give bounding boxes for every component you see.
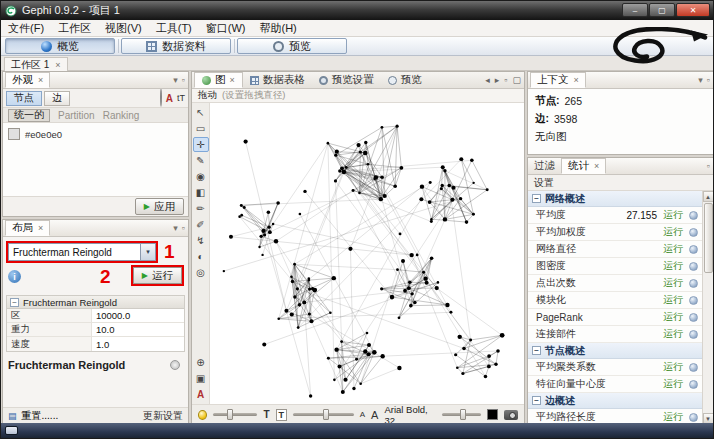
chevron-down-icon[interactable]: ▾	[140, 244, 155, 260]
appearance-tab[interactable]: 外观 ×	[5, 72, 50, 88]
info-sphere-icon[interactable]	[689, 262, 698, 271]
layout-algorithm-select[interactable]: Fruchterman Reingold ▾	[8, 243, 156, 261]
color-swatch[interactable]	[8, 128, 20, 140]
run-button[interactable]: 运行	[663, 310, 683, 324]
section-node-overview[interactable]: − 节点概述	[528, 343, 702, 359]
subtab-ranking[interactable]: Ranking	[103, 110, 140, 121]
menu-view[interactable]: 视图(V)	[98, 20, 149, 36]
maximize-button[interactable]: ▢	[649, 3, 675, 17]
section-edge-overview[interactable]: − 边概述	[528, 393, 702, 409]
properties-group-header[interactable]: − Fruchterman Reingold	[7, 296, 184, 309]
node-pencil-tool[interactable]: ✏	[193, 201, 209, 216]
font-increase-icon[interactable]: A	[371, 409, 378, 421]
presets-button[interactable]: 重置......	[22, 409, 59, 423]
tab-preview-settings[interactable]: 预览设置	[312, 72, 381, 88]
info-sphere-icon[interactable]	[689, 380, 698, 389]
run-button[interactable]: 运行	[663, 242, 683, 256]
sizer-tool[interactable]: ◉	[193, 169, 209, 184]
property-value[interactable]: 1.0	[92, 337, 184, 351]
reset-button[interactable]: 更新设置	[143, 409, 183, 423]
property-value[interactable]: 10000.0	[92, 309, 184, 322]
run-button[interactable]: 运行	[663, 293, 683, 307]
attributes-icon[interactable]: A	[193, 387, 209, 402]
tab-close-icon[interactable]: ×	[230, 75, 235, 85]
edge-weight-slider[interactable]	[213, 413, 257, 416]
info-sphere-icon[interactable]	[689, 313, 698, 322]
info-sphere-icon[interactable]	[689, 296, 698, 305]
menu-file[interactable]: 文件(F)	[1, 20, 51, 36]
label-color-icon[interactable]: A	[166, 93, 173, 104]
edit-tool[interactable]: ◎	[193, 265, 209, 280]
panel-minimize-icon[interactable]: ▾	[173, 75, 178, 85]
zoom-icon[interactable]: ⊕	[193, 355, 209, 370]
context-close-icon[interactable]: ×	[574, 75, 579, 85]
menu-window[interactable]: 窗口(W)	[199, 20, 253, 36]
color-palette-icon[interactable]	[160, 89, 162, 107]
run-button[interactable]: 运行	[663, 225, 683, 239]
menu-help[interactable]: 帮助(H)	[252, 20, 303, 36]
info-sphere-icon[interactable]	[689, 413, 698, 422]
edge-scale-slider[interactable]	[293, 413, 354, 416]
layout-close-icon[interactable]: ×	[38, 223, 43, 233]
panel-float-icon[interactable]: ▫	[182, 223, 185, 233]
statistics-scrollbar[interactable]: ▲ ▼	[702, 191, 713, 424]
run-button[interactable]: 运行	[663, 360, 683, 374]
collapse-icon[interactable]: −	[10, 298, 19, 307]
font-decrease-icon[interactable]: A	[360, 410, 365, 419]
settings-button[interactable]: 设置	[534, 176, 554, 190]
close-button[interactable]: ✕	[676, 3, 710, 17]
background-lightbulb-icon[interactable]	[198, 410, 207, 420]
history-back-icon[interactable]: ◂	[485, 75, 490, 85]
tab-graph[interactable]: 图 ×	[194, 72, 243, 88]
subtab-unique[interactable]: 统一的	[8, 109, 50, 122]
run-button[interactable]: 运行	[663, 259, 683, 273]
tab-overview[interactable]: 概览	[5, 38, 115, 54]
run-button[interactable]: 运行	[663, 276, 683, 290]
graph-canvas[interactable]	[210, 103, 524, 404]
panel-float-icon[interactable]: ▫	[182, 75, 185, 85]
layout-tab[interactable]: 布局 ×	[5, 220, 50, 236]
minimize-button[interactable]: –	[622, 3, 648, 17]
tab-data-laboratory[interactable]: 数据资料	[121, 38, 231, 54]
label-size-icon[interactable]: tT	[177, 93, 185, 103]
statistics-tab[interactable]: 统计 ×	[561, 158, 606, 174]
run-button[interactable]: 运行	[663, 327, 683, 341]
subtab-partition[interactable]: Partition	[58, 110, 95, 121]
property-value[interactable]: 10.0	[92, 323, 184, 336]
info-sphere-icon[interactable]	[689, 245, 698, 254]
info-sphere-icon[interactable]	[689, 211, 698, 220]
section-network-overview[interactable]: − 网络概述	[528, 191, 702, 207]
nodes-toggle[interactable]: 节点	[6, 91, 42, 106]
panel-float-icon[interactable]: ▫	[707, 161, 710, 171]
painter-tool[interactable]: ✎	[193, 153, 209, 168]
info-sphere-icon[interactable]	[689, 228, 698, 237]
info-sphere-icon[interactable]	[689, 363, 698, 372]
heatmap-tool[interactable]: ◐	[193, 249, 209, 264]
edges-toggle[interactable]: 边	[44, 91, 70, 106]
shortest-path-tool[interactable]: ↯	[193, 233, 209, 248]
workspace-close-icon[interactable]: ×	[55, 60, 60, 70]
collapse-icon[interactable]: −	[532, 346, 541, 355]
panel-maximize-icon[interactable]: ▢	[512, 75, 521, 85]
collapse-icon[interactable]: −	[532, 396, 541, 405]
info-icon[interactable]: i	[8, 270, 21, 283]
context-tab[interactable]: 上下文 ×	[530, 72, 586, 88]
run-button[interactable]: ▶ 运行	[133, 267, 182, 284]
workspace-tab[interactable]: 工作区 1 ×	[4, 57, 68, 71]
label-size-slider[interactable]	[442, 413, 481, 416]
info-sphere-icon[interactable]	[689, 279, 698, 288]
history-forward-icon[interactable]: ▸	[495, 75, 500, 85]
label-color-swatch[interactable]	[487, 409, 498, 420]
scrollbar-thumb[interactable]	[704, 203, 713, 273]
tab-preview[interactable]: 预览	[237, 38, 347, 54]
collapse-icon[interactable]: −	[532, 194, 541, 203]
brush-tool[interactable]: ◧	[193, 185, 209, 200]
apply-button[interactable]: ▶ 应用	[135, 198, 184, 215]
scroll-up-icon[interactable]: ▲	[703, 191, 714, 202]
rectangle-selection-tool[interactable]: ▭	[193, 121, 209, 136]
menu-workspace[interactable]: 工作区	[51, 20, 98, 36]
show-edge-labels-icon[interactable]: T	[276, 409, 288, 421]
menu-tools[interactable]: 工具(T)	[149, 20, 199, 36]
show-node-labels-icon[interactable]: T	[263, 409, 269, 420]
run-button[interactable]: 运行	[663, 377, 683, 391]
